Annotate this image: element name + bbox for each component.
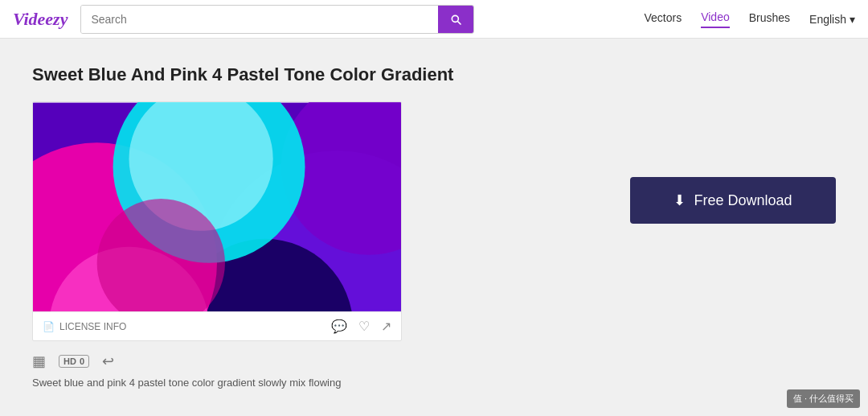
download-label: Free Download (694, 192, 792, 209)
license-info[interactable]: 📄 LICENSE INFO (43, 321, 126, 332)
video-grid-icon: ▦ (32, 352, 46, 370)
main-content: Sweet Blue And Pink 4 Pastel Tone Color … (0, 39, 868, 414)
page-title: Sweet Blue And Pink 4 Pastel Tone Color … (32, 64, 598, 85)
download-button[interactable]: ⬇ Free Download (630, 177, 836, 224)
content-left: Sweet Blue And Pink 4 Pastel Tone Color … (32, 64, 598, 389)
gradient-image (33, 102, 401, 311)
chevron-down-icon: ▾ (850, 13, 855, 26)
language-selector[interactable]: English ▾ (809, 13, 855, 26)
license-label: LICENSE INFO (59, 321, 126, 332)
search-icon (449, 13, 462, 26)
image-footer: 📄 LICENSE INFO 💬 ♡ ↗ (33, 311, 401, 340)
image-container[interactable] (33, 102, 401, 311)
search-button[interactable] (438, 6, 473, 33)
logo[interactable]: Videezy (13, 9, 68, 30)
content-right: ⬇ Free Download (630, 64, 836, 389)
hd-label: HD (63, 356, 76, 366)
search-input[interactable] (81, 6, 438, 33)
download-icon: ⬇ (674, 192, 686, 209)
header: Videezy Vectors Video Brushes English ▾ (0, 0, 868, 39)
share-icon[interactable]: ↗ (381, 319, 391, 334)
nav-item-video[interactable]: Video (701, 10, 730, 28)
search-bar (80, 5, 474, 34)
nav-item-vectors[interactable]: Vectors (644, 11, 682, 27)
image-card: 📄 LICENSE INFO 💬 ♡ ↗ (32, 101, 402, 341)
heart-icon[interactable]: ♡ (358, 319, 370, 334)
hd-count: 0 (80, 356, 84, 366)
image-actions: 💬 ♡ ↗ (331, 319, 391, 334)
share-meta-icon[interactable]: ↩ (102, 352, 114, 370)
description-text: Sweet blue and pink 4 pastel tone color … (32, 377, 598, 389)
nav-item-brushes[interactable]: Brushes (749, 11, 790, 27)
main-nav: Vectors Video Brushes English ▾ (644, 10, 855, 28)
license-icon: 📄 (43, 321, 55, 332)
language-label: English (809, 13, 846, 26)
meta-row: ▦ HD 0 ↩ (32, 352, 598, 370)
comment-icon[interactable]: 💬 (331, 319, 347, 334)
hd-badge: HD 0 (59, 355, 89, 368)
